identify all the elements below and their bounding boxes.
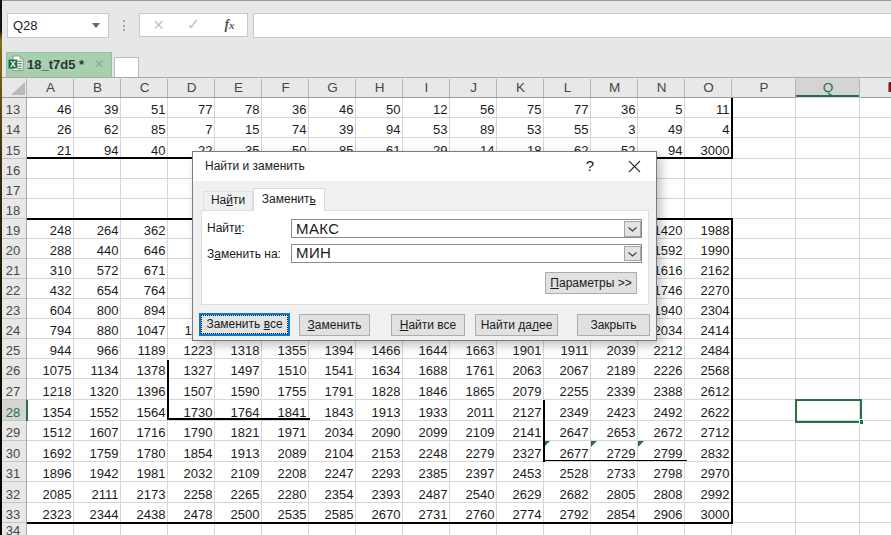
svg-text:X: X [10, 60, 16, 69]
